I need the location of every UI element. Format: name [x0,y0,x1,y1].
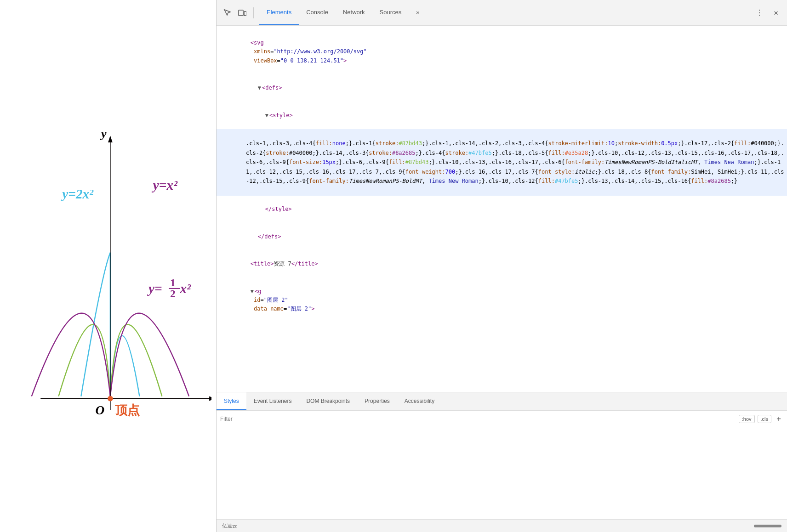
scrollbar-indicator[interactable] [754,525,781,527]
toolbar-actions: ⋮ ✕ [752,6,783,19]
toolbar-separator [253,7,254,18]
eq3-numerator: 1 [170,277,176,289]
svg-rect-5 [239,10,243,16]
more-options-icon[interactable]: ⋮ [753,6,766,19]
code-line-css: .cls-1,.cls-3,.cls-4{fill:none;}.cls-1{s… [217,129,787,196]
tab-dom-breakpoints[interactable]: DOM Breakpoints [299,392,357,410]
code-line-defs: ▼<defs> [217,74,787,102]
tab-elements[interactable]: Elements [259,0,299,25]
filter-bar: :hov .cls + [217,411,787,427]
code-line-style: ▼<style> [217,102,787,130]
tab-more[interactable]: » [409,0,427,25]
tab-network[interactable]: Network [336,0,372,25]
bottom-tabs: Styles Event Listeners DOM Breakpoints P… [217,392,787,411]
svg-marker-3 [209,396,211,401]
y-axis-label: y [100,127,107,141]
tab-properties[interactable]: Properties [357,392,397,410]
inspect-icon[interactable] [221,6,234,19]
filter-cls-button[interactable]: .cls [758,415,772,423]
eq3-x2: x² [180,281,192,296]
svg-marker-1 [108,136,113,142]
filter-actions: :hov .cls + [739,414,783,424]
filter-hov-button[interactable]: :hov [739,415,755,423]
device-icon[interactable] [236,6,249,19]
tab-event-listeners[interactable]: Event Listeners [246,392,299,410]
tab-sources[interactable]: Sources [372,0,409,25]
eq1-label: y=2x² [61,187,94,201]
vertex-text: 顶点 [115,403,140,417]
tab-accessibility[interactable]: Accessibility [397,392,442,410]
eq3-denominator: 2 [170,288,176,300]
eq3-label: y= [147,281,162,296]
code-area: <svg xmlns="http://www.w3.org/2000/svg" … [217,26,787,392]
graph-panel: y x O 顶点 y=2x² y=x² y= 1 2 x² [0,0,216,532]
eq2-label: y=x² [152,178,178,192]
code-line-close-style: </style> [217,196,787,223]
status-bar: 亿速云 [217,519,787,532]
vertex-dot [108,396,113,402]
code-line-g: ▼<g id="图层_2" data-name="图层 2"> [217,277,787,323]
watermark: 亿速云 [222,522,237,529]
filter-plus-button[interactable]: + [774,414,783,424]
close-icon[interactable]: ✕ [770,6,782,19]
code-line-close-defs: </defs> [217,223,787,250]
origin-label: O [96,403,105,417]
styles-content [217,427,787,519]
devtools-content: <svg xmlns="http://www.w3.org/2000/svg" … [217,26,787,532]
filter-input[interactable] [220,416,739,422]
tab-bar: Elements Console Network Sources » [259,0,427,25]
tab-styles[interactable]: Styles [217,392,246,410]
svg-rect-6 [244,11,246,16]
devtools-panel: Elements Console Network Sources » ⋮ ✕ <… [216,0,787,532]
code-line-svg: <svg xmlns="http://www.w3.org/2000/svg" … [217,29,787,74]
code-line-title: <title>资源 7</title> [217,250,787,278]
bottom-panel: Styles Event Listeners DOM Breakpoints P… [217,392,787,532]
devtools-toolbar: Elements Console Network Sources » ⋮ ✕ [217,0,787,26]
tab-console[interactable]: Console [299,0,336,25]
